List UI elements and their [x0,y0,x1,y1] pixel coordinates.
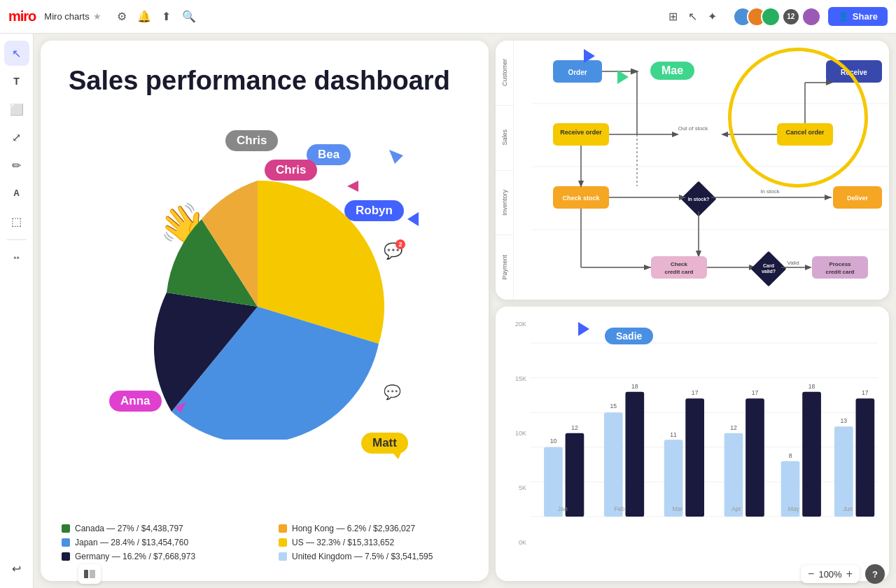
row-payment: Payment [496,235,513,300]
text-tool[interactable]: T [4,69,29,94]
bell-icon[interactable]: 🔔 [138,10,150,23]
view-icons: ⊞ ↖ ✦ [667,10,719,23]
zoom-out-button[interactable]: − [808,568,814,580]
dashboard-title: Sales performance dashboard [69,66,461,97]
svg-text:Deliver: Deliver [847,195,869,202]
svg-text:Mar: Mar [672,505,682,512]
board-title: Miro charts ★ [44,11,101,22]
svg-marker-3 [175,402,186,413]
zoom-in-button[interactable]: + [846,568,853,580]
svg-text:Order: Order [568,69,587,76]
cursor-arrow-matt [393,448,403,459]
svg-text:18: 18 [631,383,638,390]
svg-text:Apr: Apr [732,505,741,512]
cursor-arrow-chris2 [347,181,358,192]
panel-toggle[interactable] [78,564,101,584]
logo[interactable]: miro [8,8,36,24]
topbar-right: ⊞ ↖ ✦ 12 👤 Share [667,7,888,27]
pen-tool[interactable]: ✏ [4,153,29,178]
help-button[interactable]: ? [865,564,885,584]
more-tools[interactable]: •• [4,246,29,271]
svg-text:17: 17 [752,389,759,396]
legend-hongkong: Hong Kong — 6.2% / $2,936,027 [279,524,475,533]
svg-text:17: 17 [862,389,869,396]
legend-japan: Japan — 28.4% / $13,454,760 [62,538,258,547]
bar-chart-svg: Jan 10 12 Feb 15 18 Mar 11 17 Apr 12 [531,318,878,542]
star-icon[interactable]: ★ [93,11,102,22]
search-icon[interactable]: 🔍 [183,10,195,23]
separator [7,239,27,240]
undo-button[interactable]: ↩ [4,556,29,581]
svg-text:Receive order: Receive order [560,129,602,136]
zoom-controls-area: − 100% + ? [801,564,885,584]
cursor-arrow-robyn [407,212,419,226]
select-tool[interactable]: ↖ [4,41,29,66]
svg-rect-98 [84,570,88,578]
svg-rect-37 [651,256,707,279]
svg-text:credit card: credit card [665,269,694,275]
diagram-area: Mae Order [514,41,889,300]
cursor-arrow-anna [175,402,186,413]
topbar-tools: ⚙ 🔔 ⬆ 🔍 [115,10,195,23]
svg-marker-20 [672,132,679,137]
settings-icon[interactable]: ⚙ [115,10,128,23]
svg-text:May: May [788,505,800,512]
svg-marker-60 [584,49,595,63]
row-sales: Sales [496,106,513,171]
svg-marker-2 [407,212,419,226]
share-upload-icon[interactable]: ⬆ [160,10,173,23]
svg-text:Jun: Jun [843,505,853,512]
svg-text:Out of stock: Out of stock [678,125,709,132]
svg-marker-0 [389,150,403,164]
svg-marker-5 [617,70,629,84]
svg-marker-33 [825,195,832,200]
mae-label: Mae [650,62,694,80]
flowchart-panel: Customer Sales Inventory Payment Mae [496,41,889,300]
svg-text:Receive: Receive [841,69,867,76]
svg-rect-89 [802,392,821,517]
svg-text:In stock?: In stock? [688,197,710,202]
row-customer: Customer [496,41,513,106]
grid-icon[interactable]: ⊞ [667,10,680,23]
bar-chart-content: Sadie 20K 15K 10K 5K 0K [496,307,889,581]
svg-rect-84 [746,398,764,517]
bottom-bar: − 100% + ? [67,560,896,588]
svg-text:8: 8 [789,452,792,459]
cursor-blue-bar [578,322,589,336]
cursor-icon[interactable]: ↖ [687,10,699,23]
svg-marker-59 [644,265,651,270]
bar-chart-panel: Sadie 20K 15K 10K 5K 0K [496,307,889,581]
svg-rect-83 [724,433,743,517]
cursor-arrow-bea [389,150,403,164]
svg-text:Valid: Valid [787,260,799,266]
frame-tool[interactable]: ⬚ [4,209,29,234]
svg-text:Cancel order: Cancel order [785,129,825,136]
collaborator-count[interactable]: 12 [783,9,799,24]
row-inventory: Inventory [496,171,513,236]
legend: Canada — 27% / $4,438,797 Hong Kong — 6.… [62,524,475,561]
svg-text:13: 13 [841,417,848,424]
pie-chart [125,174,391,440]
svg-rect-99 [90,570,95,578]
sticky-tool[interactable]: ⬜ [4,97,29,122]
share-button[interactable]: 👤 Share [828,7,888,26]
share-icon: 👤 [838,11,849,22]
my-avatar[interactable] [802,7,821,27]
cursor-label-chris1: Chris [225,130,278,151]
cursor-green-arrow [617,70,629,84]
legend-canada: Canada — 27% / $4,438,797 [62,524,258,533]
connector-tool[interactable]: ⤢ [4,125,29,150]
svg-marker-1 [347,181,358,192]
svg-rect-74 [625,392,644,517]
topbar: miro Miro charts ★ ⚙ 🔔 ⬆ 🔍 ⊞ ↖ ✦ 12 👤 Sh… [0,0,896,34]
legend-dot-japan [62,538,70,547]
magic-icon[interactable]: ✦ [706,10,719,23]
row-labels: Customer Sales Inventory Payment [496,41,514,300]
svg-text:10: 10 [550,438,557,444]
svg-rect-69 [566,433,584,517]
svg-marker-4 [393,448,403,459]
svg-text:In stock: In stock [760,188,780,195]
flowchart-svg: Order Receive Receive order Cancel order [532,41,889,293]
text-alt-tool[interactable]: A [4,181,29,206]
svg-text:Jan: Jan [558,505,568,512]
